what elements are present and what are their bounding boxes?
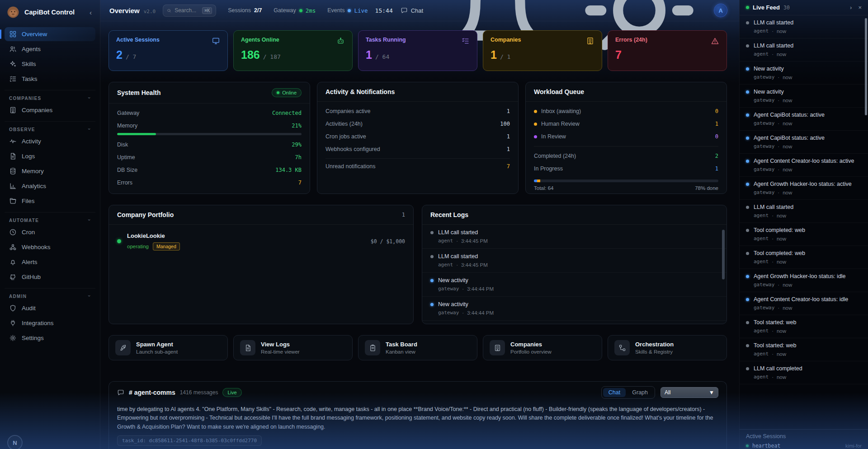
stat-card[interactable]: Active Sessions 2 / 7 — [108, 30, 228, 71]
quick-action[interactable]: Spawn Agent Launch sub-agent — [108, 335, 228, 360]
clock: 15:44 — [375, 7, 393, 14]
sidebar-item[interactable]: Logs — [5, 149, 95, 163]
stat-card[interactable]: Companies 1 / 1 — [483, 30, 602, 71]
live-feed-sidebar: Live Feed 30 › × LLM call started agent … — [739, 0, 868, 449]
sidebar-item-label: GitHub — [22, 274, 41, 280]
window-scrollbar[interactable] — [865, 18, 867, 115]
feed-meta: gateway · now — [754, 74, 792, 80]
feed-dot — [746, 206, 749, 209]
feed-dot — [746, 275, 749, 278]
quick-action[interactable]: Orchestration Skills & Registry — [608, 335, 727, 360]
feed-expand-button[interactable]: › — [850, 4, 852, 11]
log-meta: gateway · 3:44:44 PM — [438, 310, 494, 316]
events-status-dot — [348, 9, 351, 12]
log-item: LLM call started agent · 3:44:45 PM — [422, 249, 726, 273]
panel-title: Activity & Notifications — [326, 88, 395, 95]
warning-icon — [711, 37, 719, 45]
chat-panel: # agent-comms 1416 messages Live Chat Gr… — [108, 381, 727, 449]
sidebar-item[interactable]: Skills — [5, 57, 95, 71]
quick-action[interactable]: View Logs Real-time viewer — [233, 335, 353, 360]
feed-item: Tool started: web agent · now — [740, 338, 868, 361]
file-text-icon — [244, 344, 252, 352]
sidebar-item[interactable]: Analytics — [5, 179, 95, 193]
quick-action-title: View Logs — [261, 341, 300, 348]
sidebar-item[interactable]: Audit — [5, 301, 95, 315]
feed-meta: agent · now — [754, 351, 797, 357]
company-status: operating — [127, 244, 149, 249]
bar-chart-icon — [9, 182, 17, 190]
top-header: Overview v2.0 ⌘K Sessions 2/7 Gateway 2m… — [100, 0, 739, 21]
sidebar-section-label[interactable]: Admin › — [5, 288, 95, 301]
logs-scrollbar[interactable] — [722, 230, 725, 279]
chat-message-text: time by delegating to AI agents 4. "One … — [117, 405, 718, 431]
panel-title: Company Portfolio — [117, 211, 174, 218]
sidebar-section-label[interactable]: Observe › — [5, 121, 95, 134]
sidebar-item[interactable]: Activity — [5, 134, 95, 148]
feed-title-text: LLM call started — [754, 204, 793, 210]
portfolio-count: 1 — [402, 212, 405, 218]
chat-filter-select[interactable]: All ▼ — [660, 387, 718, 398]
version-badge: v2.0 — [144, 9, 156, 14]
queue-dot — [534, 110, 537, 113]
sidebar-item[interactable]: Companies — [5, 103, 95, 117]
feed-dot — [746, 137, 749, 140]
log-dot — [430, 279, 434, 282]
panel-title: System Health — [117, 89, 160, 96]
feed-title-text: Tool completed: web — [754, 250, 805, 256]
sidebar-item[interactable]: Files — [5, 194, 95, 208]
stats-row: Active Sessions 2 / 7 Agents Online — [108, 30, 727, 71]
quick-action[interactable]: Task Board Kanban view — [358, 335, 477, 360]
stat-value: 1 — [491, 49, 497, 61]
health-row: Memory 21% — [117, 119, 302, 132]
notification-row: Webhooks configured 1 — [326, 143, 510, 156]
sidebar-item[interactable]: Webhooks — [5, 240, 95, 254]
sidebar-item[interactable]: Memory — [5, 164, 95, 178]
sidebar-item[interactable]: Tasks — [5, 72, 95, 86]
feed-meta: agent · now — [754, 236, 805, 241]
tab-graph[interactable]: Graph — [627, 388, 653, 397]
sidebar-item[interactable]: Cron — [5, 225, 95, 239]
footer-avatar[interactable]: N — [7, 435, 23, 449]
sidebar-item[interactable]: Overview — [5, 27, 95, 41]
bell-icon — [9, 258, 17, 266]
stat-card[interactable]: Agents Online 186 / 187 — [233, 30, 353, 71]
stat-card[interactable]: Errors (24h) 7 — [608, 30, 727, 71]
chat-header: # agent-comms 1416 messages Live Chat Gr… — [109, 382, 726, 403]
sidebar-item-label: Memory — [22, 168, 44, 175]
search-input[interactable] — [175, 7, 199, 14]
sidebar-item[interactable]: Settings — [5, 331, 95, 345]
sidebar-item[interactable]: Integrations — [5, 316, 95, 330]
session-name: heartbeat — [752, 443, 842, 449]
quick-actions-row: Spawn Agent Launch sub-agent View Logs R… — [108, 335, 727, 360]
grid-icon — [9, 30, 17, 38]
sidebar-item[interactable]: GitHub — [5, 270, 95, 284]
summary-row: Completed (24h) 2 — [534, 150, 718, 162]
sidebar-item[interactable]: Alerts — [5, 255, 95, 269]
sidebar-item-label: Integrations — [22, 320, 54, 326]
sidebar-collapse-button[interactable]: ‹ — [88, 9, 94, 16]
events-indicator: Events Live — [327, 7, 368, 14]
panels-row: System Health Online Gateway Co — [108, 82, 727, 194]
log-item: LLM call started agent · 3:44:45 PM — [422, 225, 726, 249]
chat-message-count: 1416 messages — [180, 389, 218, 396]
row-two: Company Portfolio 1 LookieLookie ope — [108, 205, 727, 324]
feed-close-button[interactable]: × — [858, 4, 862, 11]
task-id-badge: task_id: dc858611-2541-48f8-b385-03c0ffd… — [117, 435, 262, 446]
chat-button[interactable]: Chat — [401, 7, 423, 14]
session-row[interactable]: heartbeat kimi-for — [746, 443, 862, 449]
user-avatar[interactable]: A — [714, 4, 727, 17]
sidebar-section-label[interactable]: Companies › — [5, 90, 95, 103]
search-box[interactable]: ⌘K — [163, 5, 216, 17]
tab-chat[interactable]: Chat — [603, 388, 626, 397]
feed-title-text: Agent Growth Hacker-loo status: active — [754, 181, 852, 187]
sidebar-item[interactable]: Agents — [5, 42, 95, 56]
company-row[interactable]: LookieLookie operating Managed $0 / $1,0… — [109, 225, 413, 257]
building-icon — [586, 37, 594, 45]
quick-action[interactable]: Companies Portfolio overview — [483, 335, 602, 360]
building-icon — [9, 106, 17, 114]
stat-card[interactable]: Tasks Running 1 / 64 — [358, 30, 477, 71]
feed-title-text: Agent CapiBot status: active — [754, 135, 825, 141]
sidebar-section-label[interactable]: Automate › — [5, 212, 95, 225]
rocket-icon — [119, 344, 127, 352]
chat-filter-value: All — [665, 389, 670, 396]
